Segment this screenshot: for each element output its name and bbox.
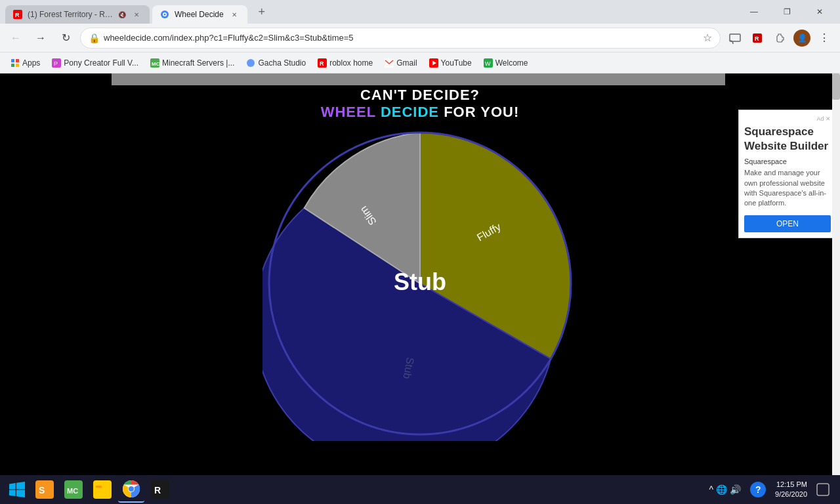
system-tray-icons: ^ 🌐 🔊 bbox=[709, 484, 741, 495]
sound-icon[interactable]: 🔊 bbox=[730, 484, 741, 495]
heading-foryou: FOR YOU! bbox=[444, 104, 519, 120]
bookmark-robloxhome[interactable]: R roblox home bbox=[312, 56, 378, 70]
heading-wheel: WHEEL bbox=[321, 104, 376, 120]
taskbar-right: ^ 🌐 🔊 ? 12:15 PM 9/26/2020 bbox=[709, 476, 835, 503]
tab-roblox-close[interactable]: ✕ bbox=[131, 9, 142, 20]
bookmark-youtube-label: YouTube bbox=[441, 58, 472, 68]
menu-button[interactable]: ⋮ bbox=[814, 28, 835, 49]
gmail-bookmark-icon bbox=[385, 58, 394, 68]
start-button[interactable] bbox=[5, 478, 29, 501]
extensions-icon[interactable] bbox=[769, 28, 790, 49]
profile-button[interactable]: 👤 bbox=[791, 28, 812, 49]
reload-button[interactable]: ↻ bbox=[55, 28, 76, 49]
svg-text:?: ? bbox=[755, 484, 761, 495]
svg-point-4 bbox=[164, 14, 166, 16]
ad-title: Squarespace Website Builder bbox=[744, 125, 831, 154]
bookmark-gmail[interactable]: Gmail bbox=[379, 56, 422, 70]
file-explorer-icon bbox=[93, 480, 112, 499]
svg-rect-5 bbox=[730, 34, 740, 41]
close-button[interactable]: ✕ bbox=[805, 1, 835, 22]
heading-area: CAN'T DECIDE? WHEEL DECIDE FOR YOU! bbox=[0, 87, 840, 121]
taskbar-clock[interactable]: 12:15 PM 9/26/2020 bbox=[775, 480, 807, 500]
notification-icon bbox=[816, 483, 830, 496]
svg-point-16 bbox=[247, 59, 255, 67]
back-button[interactable]: ← bbox=[5, 28, 26, 49]
bookmark-youtube[interactable]: YouTube bbox=[424, 56, 477, 70]
extension1-icon[interactable]: R bbox=[747, 28, 768, 49]
chrome-icon bbox=[122, 480, 140, 498]
svg-text:MC: MC bbox=[152, 61, 159, 67]
bookmark-apps[interactable]: Apps bbox=[5, 56, 45, 70]
scrollbar-thumb[interactable] bbox=[832, 74, 840, 100]
tab-wheel-title: Wheel Decide bbox=[175, 10, 224, 19]
svg-rect-10 bbox=[11, 64, 14, 67]
tab-wheel-close[interactable]: ✕ bbox=[229, 9, 240, 20]
bookmark-mc-label: Minecraft Servers |... bbox=[162, 58, 234, 68]
address-bar[interactable]: 🔒 wheeldecide.com/index.php?c1=Fluffy&c2… bbox=[80, 28, 721, 49]
svg-text:Stub: Stub bbox=[394, 268, 446, 295]
mc-bookmark-icon: MC bbox=[150, 58, 159, 68]
bookmark-minecraft[interactable]: MC Minecraft Servers |... bbox=[145, 56, 240, 70]
clock-date: 9/26/2020 bbox=[775, 490, 807, 499]
svg-text:S: S bbox=[39, 485, 45, 495]
page-content: CAN'T DECIDE? WHEEL DECIDE FOR YOU! Stub… bbox=[0, 74, 840, 480]
tab-wheeldecide[interactable]: Wheel Decide ✕ bbox=[152, 5, 247, 24]
gacha-bookmark-icon bbox=[246, 58, 255, 68]
minimize-button[interactable]: — bbox=[739, 1, 769, 22]
minecraft-icon: MC bbox=[64, 480, 83, 499]
taskbar: S MC R bbox=[0, 475, 840, 504]
tray-chevron[interactable]: ^ bbox=[709, 484, 713, 495]
bookmark-robloxhome-label: roblox home bbox=[329, 58, 373, 68]
network-icon[interactable]: 🌐 bbox=[716, 484, 727, 495]
ad-open-button[interactable]: OPEN bbox=[744, 215, 831, 232]
tab-roblox[interactable]: R (1) Forest Territory - Roblox 🔇 ✕ bbox=[5, 5, 150, 24]
bookmark-ponycreator[interactable]: P Pony Creator Full V... bbox=[47, 56, 144, 70]
browser-titlebar: R (1) Forest Territory - Roblox 🔇 ✕ Whee… bbox=[0, 0, 840, 24]
wheel-container[interactable]: Stub Fluffy Slim Stub bbox=[262, 126, 578, 444]
svg-rect-41 bbox=[817, 484, 829, 495]
taskbar-files[interactable] bbox=[89, 476, 116, 503]
notification-center[interactable] bbox=[811, 478, 835, 501]
roblox-tab-favicon: R bbox=[13, 10, 22, 19]
windows-logo-icon bbox=[9, 482, 25, 497]
bookmarks-bar: Apps P Pony Creator Full V... MC Minecra… bbox=[0, 52, 840, 74]
svg-point-36 bbox=[129, 486, 134, 492]
new-tab-button[interactable]: + bbox=[253, 3, 271, 21]
roblox2-bookmark-icon: R bbox=[318, 58, 327, 68]
roblox-taskbar-icon: R bbox=[151, 480, 169, 499]
svg-rect-8 bbox=[11, 59, 14, 62]
scratch-icon: S bbox=[35, 480, 54, 499]
heading-line1: CAN'T DECIDE? bbox=[0, 87, 840, 104]
scrollbar[interactable] bbox=[832, 74, 840, 480]
taskbar-minecraft[interactable]: MC bbox=[60, 476, 87, 503]
bookmark-gacha[interactable]: Gacha Studio bbox=[241, 56, 311, 70]
taskbar-chrome[interactable] bbox=[118, 476, 144, 503]
bookmark-welcome-label: Welcome bbox=[495, 58, 528, 68]
ad-panel: Ad ✕ Squarespace Website Builder Squares… bbox=[738, 110, 837, 238]
ad-label: Ad ✕ bbox=[744, 116, 831, 122]
browser-toolbar: ← → ↻ 🔒 wheeldecide.com/index.php?c1=Flu… bbox=[0, 24, 840, 52]
toolbar-icons: R 👤 ⋮ bbox=[724, 28, 835, 49]
apps-bookmark-icon bbox=[10, 58, 20, 68]
welcome-bookmark-icon: W bbox=[484, 58, 493, 68]
bookmark-star-icon[interactable]: ☆ bbox=[703, 32, 712, 44]
svg-text:MC: MC bbox=[67, 487, 78, 495]
heading-line2: WHEEL DECIDE FOR YOU! bbox=[0, 104, 840, 121]
svg-text:P: P bbox=[54, 60, 58, 67]
tab-mute-icon[interactable]: 🔇 bbox=[118, 11, 126, 18]
tab-roblox-title: (1) Forest Territory - Roblox bbox=[28, 10, 113, 19]
forward-button[interactable]: → bbox=[30, 28, 51, 49]
svg-rect-11 bbox=[16, 64, 19, 67]
ad-description: Make and manage your own professional we… bbox=[744, 168, 831, 209]
taskbar-scratch[interactable]: S bbox=[32, 476, 58, 503]
help-icon: ? bbox=[749, 480, 767, 499]
taskbar-roblox[interactable]: R bbox=[147, 476, 173, 503]
bookmark-welcome[interactable]: W Welcome bbox=[478, 56, 534, 70]
svg-text:R: R bbox=[320, 60, 324, 67]
cast-icon[interactable] bbox=[724, 28, 746, 49]
clock-time: 12:15 PM bbox=[775, 480, 807, 490]
window-controls: — ❐ ✕ bbox=[739, 1, 835, 22]
maximize-button[interactable]: ❐ bbox=[772, 1, 802, 22]
taskbar-help[interactable]: ? bbox=[745, 476, 771, 503]
svg-text:W: W bbox=[485, 60, 491, 67]
